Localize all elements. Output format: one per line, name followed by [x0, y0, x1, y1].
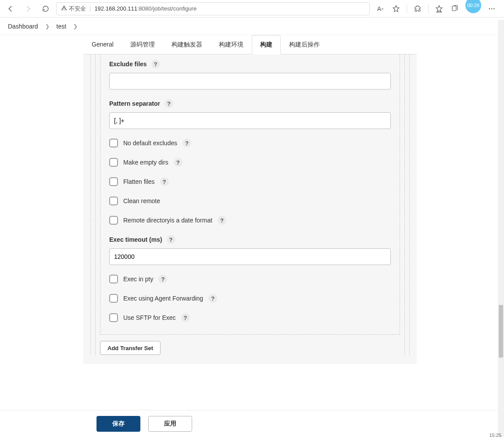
favorites-bar-icon[interactable] — [434, 4, 444, 14]
help-icon[interactable]: ? — [182, 139, 191, 147]
exec-agent-fwd-label: Exec using Agent Forwarding — [123, 295, 203, 302]
refresh-button[interactable] — [39, 2, 53, 16]
add-transfer-set-button[interactable]: Add Transfer Set — [100, 341, 161, 355]
help-icon[interactable]: ? — [208, 294, 217, 303]
tab-general[interactable]: General — [83, 35, 122, 54]
form-area: Exclude files ? Pattern separator ? — [83, 54, 417, 364]
vertical-scrollbar[interactable] — [498, 20, 504, 364]
breadcrumb-test[interactable]: test — [57, 23, 67, 30]
insecure-text: 不安全 — [69, 5, 86, 13]
row-exec-agent-fwd: Exec using Agent Forwarding ? — [109, 294, 391, 303]
insecure-badge: 不安全 — [61, 5, 86, 13]
main-column: General 源码管理 构建触发器 构建环境 构建 构建后操作 Exclude… — [83, 35, 417, 364]
help-icon[interactable]: ? — [160, 177, 169, 186]
flatten-files-checkbox[interactable] — [109, 177, 118, 186]
browser-toolbar: 不安全 | 192.168.200.111:8080/job/test/conf… — [0, 0, 504, 18]
remote-dir-date-checkbox[interactable] — [109, 216, 118, 225]
timer-badge[interactable]: 00:28 — [465, 0, 481, 13]
help-icon[interactable]: ? — [167, 235, 175, 244]
row-exclude-files: Exclude files ? — [109, 60, 391, 90]
breadcrumb-dashboard[interactable]: Dashboard — [8, 23, 38, 30]
remote-dir-date-label: Remote directoryis a date format — [123, 217, 212, 224]
tab-build[interactable]: 构建 — [252, 35, 281, 54]
use-sftp-checkbox[interactable] — [109, 313, 118, 322]
exec-timeout-label: Exec timeout (ms) — [109, 236, 162, 243]
row-remote-dir-date: Remote directoryis a date format ? — [109, 216, 391, 225]
svg-point-2 — [489, 8, 490, 9]
row-exec-in-pty: Exec in pty ? — [109, 275, 391, 283]
pattern-separator-label: Pattern separator — [109, 100, 160, 107]
read-aloud-icon[interactable]: A» — [375, 4, 386, 14]
forward-button[interactable] — [21, 2, 35, 16]
toolbar-right: A» 00:28 — [375, 1, 500, 17]
favorite-icon[interactable] — [391, 4, 401, 14]
svg-point-3 — [491, 8, 492, 9]
row-clean-remote: Clean remote — [109, 197, 391, 205]
tab-source[interactable]: 源码管理 — [122, 35, 163, 54]
use-sftp-label: Use SFTP for Exec — [123, 314, 176, 321]
row-use-sftp: Use SFTP for Exec ? — [109, 313, 391, 322]
toolbar-divider — [407, 4, 407, 13]
help-icon[interactable]: ? — [158, 275, 167, 283]
no-default-excludes-label: No default excludes — [123, 140, 177, 147]
back-button[interactable] — [4, 2, 18, 16]
warning-icon — [61, 5, 67, 12]
help-icon[interactable]: ? — [218, 216, 226, 225]
row-pattern-separator: Pattern separator ? — [109, 99, 391, 129]
row-make-empty-dirs: Make empty dirs ? — [109, 158, 391, 167]
tab-env[interactable]: 构建环境 — [211, 35, 252, 54]
tab-triggers[interactable]: 构建触发器 — [163, 35, 211, 54]
no-default-excludes-checkbox[interactable] — [109, 139, 118, 147]
url-bar[interactable]: 不安全 | 192.168.200.111:8080/job/test/conf… — [56, 2, 370, 15]
make-empty-dirs-checkbox[interactable] — [109, 158, 118, 167]
exclude-files-input[interactable] — [109, 73, 391, 90]
help-icon[interactable]: ? — [164, 99, 173, 108]
toolbar-divider — [428, 4, 429, 13]
row-no-default-excludes: No default excludes ? — [109, 139, 391, 147]
help-icon[interactable]: ? — [151, 60, 160, 68]
svg-rect-1 — [452, 6, 456, 11]
help-icon[interactable]: ? — [181, 313, 190, 322]
clean-remote-checkbox[interactable] — [109, 197, 118, 205]
pattern-separator-input[interactable] — [109, 112, 391, 129]
svg-point-4 — [493, 8, 494, 9]
row-flatten-files: Flatten files ? — [109, 177, 391, 186]
extensions-icon[interactable] — [412, 4, 423, 14]
chevron-right-icon: ❯ — [45, 23, 50, 29]
exec-in-pty-label: Exec in pty — [123, 276, 153, 283]
exec-timeout-input[interactable] — [109, 248, 391, 265]
url-text: 192.168.200.111:8080/job/test/configure — [94, 5, 197, 12]
make-empty-dirs-label: Make empty dirs — [123, 159, 168, 166]
more-icon[interactable] — [486, 4, 497, 14]
exec-in-pty-checkbox[interactable] — [109, 275, 118, 283]
tab-postbuild[interactable]: 构建后操作 — [281, 35, 328, 54]
chevron-right-icon: ❯ — [73, 23, 78, 29]
config-tabs: General 源码管理 构建触发器 构建环境 构建 构建后操作 — [83, 35, 417, 54]
row-exec-timeout: Exec timeout (ms) ? — [109, 235, 391, 265]
scrollbar-thumb[interactable] — [499, 305, 503, 358]
flatten-files-label: Flatten files — [123, 178, 155, 185]
exclude-files-label: Exclude files — [109, 61, 147, 68]
exec-agent-fwd-checkbox[interactable] — [109, 294, 118, 303]
clean-remote-label: Clean remote — [123, 197, 160, 204]
url-separator: | — [89, 5, 91, 12]
collections-icon[interactable] — [450, 4, 460, 14]
breadcrumb: Dashboard ❯ test ❯ — [0, 18, 504, 35]
help-icon[interactable]: ? — [174, 158, 182, 167]
